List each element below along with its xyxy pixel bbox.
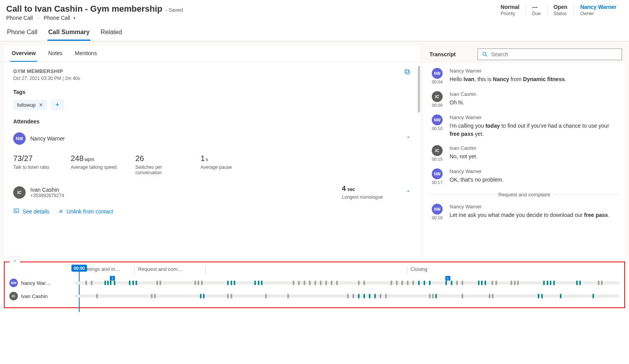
timeline-tick[interactable] xyxy=(385,294,387,298)
search-input[interactable] xyxy=(478,49,622,60)
timeline-tick[interactable] xyxy=(435,294,437,298)
timeline-tick[interactable] xyxy=(369,294,370,298)
timeline-tick[interactable] xyxy=(309,281,311,285)
timeline-tick[interactable] xyxy=(462,294,463,298)
see-details-button[interactable]: See details xyxy=(13,208,49,215)
timeline-tick[interactable] xyxy=(424,281,425,285)
timeline-tick[interactable] xyxy=(261,281,262,285)
timeline-tick[interactable] xyxy=(462,281,463,285)
timeline-tick[interactable] xyxy=(304,281,305,285)
header-field[interactable]: OpenStatus xyxy=(547,4,574,16)
timeline-tick[interactable] xyxy=(391,281,392,285)
timeline-tick[interactable] xyxy=(481,281,483,285)
timeline-tick[interactable] xyxy=(114,281,115,285)
timeline-tick[interactable] xyxy=(517,281,519,285)
timeline-tick[interactable] xyxy=(231,281,232,285)
timeline-tick[interactable] xyxy=(154,294,156,298)
timeline-tick[interactable] xyxy=(107,281,109,285)
timeline-tick[interactable] xyxy=(347,294,349,298)
search-field[interactable] xyxy=(491,51,618,57)
timeline-tick[interactable] xyxy=(254,281,256,285)
timeline-tick[interactable] xyxy=(129,281,130,285)
header-field[interactable]: ---Due xyxy=(526,4,547,16)
inner-tab-notes[interactable]: Notes xyxy=(47,45,64,62)
timeline-tick[interactable] xyxy=(579,281,581,285)
timeline-tick[interactable] xyxy=(429,281,431,285)
timeline-tick[interactable] xyxy=(363,281,365,285)
collapse-button[interactable]: ⌄ xyxy=(9,256,20,263)
timeline-tick[interactable] xyxy=(576,281,578,285)
timeline-tick[interactable] xyxy=(492,281,493,285)
timeline-tick[interactable] xyxy=(298,281,300,285)
timeline-tick[interactable] xyxy=(200,294,202,298)
timeline-tick[interactable] xyxy=(560,294,561,298)
timeline-tick[interactable] xyxy=(451,281,452,285)
timeline-tick[interactable] xyxy=(198,281,199,285)
timeline-tick[interactable] xyxy=(203,294,205,298)
timeline-tick[interactable] xyxy=(156,281,158,285)
transcript-message[interactable]: IC 00:15 Ivan Cashin No, not yet. xyxy=(429,145,619,161)
copy-icon[interactable] xyxy=(404,68,411,76)
timeline-tick[interactable] xyxy=(195,281,196,285)
timeline-tick[interactable] xyxy=(401,281,403,285)
timeline-segment[interactable] xyxy=(205,266,407,275)
timeline-tick[interactable] xyxy=(293,281,294,285)
timeline-tick[interactable] xyxy=(456,281,458,285)
timeline-tick[interactable] xyxy=(258,281,259,285)
timeline-tick[interactable] xyxy=(104,281,106,285)
timeline-tick[interactable] xyxy=(363,294,365,298)
inner-tab-overview[interactable]: Overview xyxy=(10,45,37,62)
chevron-up-icon[interactable]: ⌃ xyxy=(406,135,411,142)
timeline-marker[interactable]: 1 xyxy=(110,276,115,281)
timeline-tick[interactable] xyxy=(110,281,111,285)
chevron-down-icon[interactable]: ▾ xyxy=(73,16,75,20)
timeline-tick[interactable] xyxy=(598,281,599,285)
timeline-tick[interactable] xyxy=(478,281,480,285)
timeline-tick[interactable] xyxy=(325,281,327,285)
timeline-tick[interactable] xyxy=(511,281,512,285)
timeline-tick[interactable] xyxy=(489,294,490,298)
transcript-message[interactable]: NW 00:04 Nancy Warner Hello Ivan, this i… xyxy=(429,68,619,84)
chevron-up-icon[interactable]: ⌃ xyxy=(406,189,411,196)
timeline-tick[interactable] xyxy=(601,281,603,285)
timeline-tick[interactable] xyxy=(160,281,161,285)
timeline-tick[interactable] xyxy=(234,281,235,285)
tag-followup[interactable]: followup ✕ xyxy=(13,100,47,110)
header-field[interactable]: NormalPriority xyxy=(494,4,525,16)
timeline-tick[interactable] xyxy=(85,281,87,285)
add-tag-button[interactable]: + xyxy=(51,99,64,111)
timeline-tick[interactable] xyxy=(485,281,486,285)
timeline-tick[interactable] xyxy=(136,281,137,285)
timeline-tick[interactable] xyxy=(553,281,555,285)
timeline-tick[interactable] xyxy=(96,294,98,298)
timeline-tick[interactable] xyxy=(514,281,516,285)
tab-related[interactable]: Related xyxy=(100,26,123,41)
tab-phone-call[interactable]: Phone Call xyxy=(6,26,38,41)
breadcrumb[interactable]: Phone Call Phone Call ▾ xyxy=(6,15,183,21)
timeline-track[interactable] xyxy=(75,295,620,298)
timeline-tick[interactable] xyxy=(227,281,229,285)
timeline-tick[interactable] xyxy=(314,281,316,285)
inner-tab-mentions[interactable]: Mentions xyxy=(73,45,99,62)
timeline-tick[interactable] xyxy=(358,294,360,298)
timeline-tick[interactable] xyxy=(541,294,543,298)
form-selector[interactable]: Phone Call xyxy=(43,15,70,21)
timeline-tick[interactable] xyxy=(231,294,232,298)
timeline-tick[interactable] xyxy=(358,281,360,285)
timeline-track[interactable]: 11 xyxy=(75,281,620,284)
timeline-segment[interactable]: Closing xyxy=(407,266,620,275)
timeline-tick[interactable] xyxy=(331,281,332,285)
timeline-tick[interactable] xyxy=(543,281,545,285)
timeline-tick[interactable] xyxy=(132,281,134,285)
transcript-message[interactable]: IC 00:08 Ivan Cashin Oh hi. xyxy=(429,91,619,107)
tab-call-summary[interactable]: Call Summary xyxy=(47,26,90,41)
timeline-tick[interactable] xyxy=(227,294,229,298)
timeline-tick[interactable] xyxy=(412,281,414,285)
transcript-message[interactable]: NW 00:17 Nancy Warner OK, that's no prob… xyxy=(429,168,619,185)
header-field[interactable]: Nancy WarnerOwner xyxy=(573,4,623,16)
timeline-marker[interactable]: 1 xyxy=(445,276,450,281)
timeline-tick[interactable] xyxy=(418,281,420,285)
unlink-button[interactable]: ✕ Unlink from contact xyxy=(59,208,113,215)
timeline-tick[interactable] xyxy=(151,294,153,298)
timeline-tick[interactable] xyxy=(380,294,381,298)
